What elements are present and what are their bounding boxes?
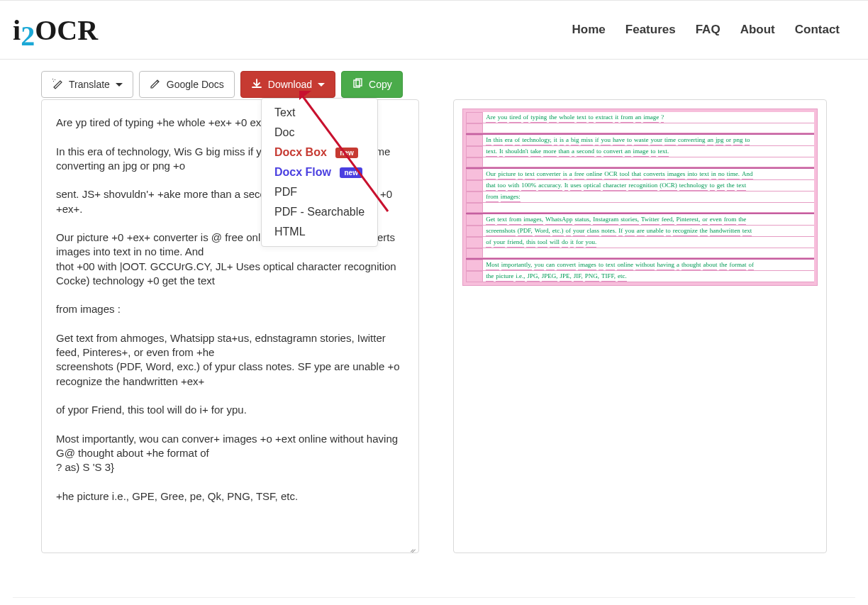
nav-about[interactable]: About — [740, 23, 775, 37]
translate-label: Translate — [69, 79, 110, 90]
menu-item-pdf-searchable[interactable]: PDF - Searchable — [262, 202, 377, 222]
nav-faq[interactable]: FAQ — [696, 23, 720, 37]
new-badge: new — [340, 167, 362, 178]
download-icon — [251, 78, 262, 91]
main: Translate Google Docs Download Copy Are … — [0, 60, 868, 553]
menu-item-html[interactable]: HTML — [262, 222, 377, 242]
chevron-down-icon — [318, 83, 325, 87]
copy-label: Copy — [369, 79, 392, 90]
wand-icon — [52, 78, 63, 91]
chevron-down-icon — [116, 83, 123, 87]
download-label: Download — [268, 79, 312, 90]
content-row: Are yp tired of typing +he whole +ex+ +0… — [41, 99, 827, 553]
menu-item-doc[interactable]: Doc — [262, 123, 377, 143]
translate-button[interactable]: Translate — [41, 71, 133, 98]
google-docs-button[interactable]: Google Docs — [139, 71, 235, 98]
menu-item-pdf[interactable]: PDF — [262, 182, 377, 202]
nav-home[interactable]: Home — [572, 23, 606, 37]
menu-item-text[interactable]: Text — [262, 103, 377, 123]
google-docs-label: Google Docs — [167, 79, 224, 90]
download-button[interactable]: Download — [240, 71, 335, 98]
footer-divider — [13, 597, 855, 598]
pencil-icon — [150, 78, 161, 91]
copy-icon — [352, 78, 363, 91]
menu-item-label: Docx Box — [274, 146, 327, 158]
new-badge: new — [335, 148, 357, 158]
download-menu: Text Doc Docx Box new Docx Flow new PDF … — [261, 98, 378, 247]
copy-button[interactable]: Copy — [341, 71, 403, 98]
menu-item-label: Docx Flow — [274, 166, 331, 178]
logo[interactable]: i2OCR — [13, 13, 98, 47]
image-preview: Areyoutiredoftypingthewholetexttoextract… — [462, 109, 818, 286]
image-preview-pane: Areyoutiredoftypingthewholetexttoextract… — [453, 99, 827, 553]
toolbar: Translate Google Docs Download Copy — [41, 71, 827, 98]
header: i2OCR Home Features FAQ About Contact — [0, 0, 868, 60]
nav-contact[interactable]: Contact — [795, 23, 840, 37]
menu-item-docx-flow[interactable]: Docx Flow new — [262, 162, 377, 182]
resize-handle[interactable] — [408, 543, 416, 550]
menu-item-docx-box[interactable]: Docx Box new — [262, 143, 377, 162]
image-preview-scroll[interactable]: Areyoutiredoftypingthewholetexttoextract… — [462, 109, 818, 544]
nav: Home Features FAQ About Contact — [572, 23, 840, 37]
nav-features[interactable]: Features — [625, 23, 676, 37]
